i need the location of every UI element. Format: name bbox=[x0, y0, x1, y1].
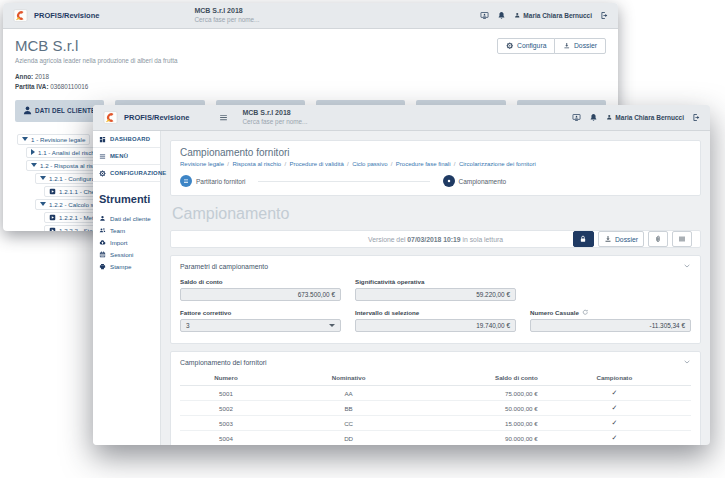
notifications-icon[interactable] bbox=[497, 11, 506, 20]
piva-label: Partita IVA: bbox=[15, 83, 48, 90]
version-date: 07/03/2018 10:19 bbox=[407, 236, 460, 243]
cell-saldo: 75.000,00 € bbox=[425, 386, 537, 401]
breadcrumb-item[interactable]: Procedure di validità bbox=[281, 161, 344, 167]
param-label: Significatività operativa bbox=[355, 278, 424, 285]
param-field: Intervallo di selezione 19.740,00 € bbox=[355, 309, 516, 332]
client-name: MCB S.r.l 2018 bbox=[242, 108, 307, 117]
page-header-card: Campionamento fornitori Revisione legale… bbox=[170, 140, 701, 196]
sidebar-nav-item[interactable]: MENÙ bbox=[93, 148, 160, 165]
user-menu[interactable]: Maria Chiara Bernucci bbox=[514, 12, 592, 19]
search-input[interactable]: Cerca fase per nome... bbox=[194, 16, 259, 25]
anno-label: Anno: bbox=[15, 73, 33, 80]
breadcrumb-item[interactable]: Circolarizzazione dei fornitori bbox=[451, 161, 536, 167]
options-button[interactable] bbox=[672, 231, 692, 247]
table-row: 5004 DD 90.000,00 € ✓ bbox=[180, 431, 691, 446]
wizard-step[interactable]: Partitario fornitori bbox=[180, 175, 246, 187]
search-input[interactable]: Cerca fase per nome... bbox=[242, 118, 307, 127]
tree-node[interactable]: 1 - Revisione legale bbox=[17, 134, 90, 145]
client-switcher[interactable]: MCB S.r.l 2018 Cerca fase per nome... bbox=[242, 108, 307, 126]
cell-campionato: ✓ bbox=[538, 431, 691, 446]
sidebar-tool-item[interactable]: Team bbox=[99, 224, 154, 236]
configura-button[interactable]: Configura bbox=[497, 38, 555, 54]
brand-name: PROFIS/Revisione bbox=[124, 113, 189, 122]
param-field: Significatività operativa 59.220,00 € bbox=[355, 278, 516, 301]
phase-icon bbox=[49, 188, 56, 195]
param-input[interactable]: 19.740,00 € bbox=[355, 319, 516, 332]
lock-button[interactable] bbox=[573, 231, 594, 247]
section-heading: Campionamento bbox=[172, 205, 701, 223]
version-bar: Versione del 07/03/2018 10:19 in sola le… bbox=[170, 230, 701, 248]
params-title: Parametri di campionamento bbox=[180, 263, 268, 270]
caret-icon bbox=[40, 202, 46, 206]
nav-button[interactable]: DATI DEL CLIENTE bbox=[15, 100, 104, 122]
cell-numero: 5003 bbox=[180, 416, 272, 431]
tree-node-label: 1 - Revisione legale bbox=[31, 136, 85, 143]
suppliers-card: Campionamento dei fornitori Numero Nomin… bbox=[170, 351, 701, 445]
paperclip-icon bbox=[654, 235, 662, 243]
sidebar-nav-item[interactable]: DASHBOARD bbox=[93, 131, 160, 148]
cell-saldo: 15.000,00 € bbox=[425, 416, 537, 431]
notifications-icon[interactable] bbox=[589, 113, 598, 122]
logout-icon[interactable] bbox=[692, 113, 701, 122]
brand-name: PROFIS/Revisione bbox=[34, 11, 99, 20]
sidebar-nav-label: MENÙ bbox=[110, 153, 128, 159]
col-header-saldo: Saldo di conto bbox=[425, 371, 537, 386]
cell-nominativo: BB bbox=[272, 401, 425, 416]
sidebar-tool-item[interactable]: Dati del cliente bbox=[99, 212, 154, 224]
user-name: Maria Chiara Bernucci bbox=[523, 12, 592, 19]
attachments-button[interactable] bbox=[648, 231, 668, 247]
gear-icon bbox=[506, 42, 514, 50]
caret-icon bbox=[31, 149, 35, 155]
app-brand: PROFIS/Revisione bbox=[102, 110, 189, 125]
col-header-campionato: Campionato bbox=[538, 371, 691, 386]
suppliers-table: Numero Nominativo Saldo di conto Campion… bbox=[180, 371, 691, 445]
sidebar-tool-item[interactable]: Import bbox=[99, 236, 154, 248]
sidebar-tool-item[interactable]: Sessioni bbox=[99, 248, 154, 260]
remote-support-icon[interactable] bbox=[572, 113, 581, 122]
caret-icon bbox=[22, 137, 28, 141]
client-meta: Anno: 2018 Partita IVA: 03680110016 bbox=[15, 72, 606, 92]
param-label: Saldo di conto bbox=[180, 278, 223, 285]
user-icon bbox=[22, 105, 33, 116]
wizard-step[interactable]: Campionamento bbox=[246, 175, 507, 187]
breadcrumb-item[interactable]: Revisione legale bbox=[180, 161, 224, 167]
tools-title: Strumenti bbox=[99, 193, 154, 205]
table-header-row: Numero Nominativo Saldo di conto Campion… bbox=[180, 371, 691, 386]
profis-logo-icon bbox=[12, 8, 29, 23]
avatar-icon bbox=[606, 114, 613, 121]
user-menu[interactable]: Maria Chiara Bernucci bbox=[606, 114, 684, 121]
sidebar-nav-label: DASHBOARD bbox=[110, 136, 150, 142]
app-topbar: PROFIS/Revisione MCB S.r.l 2018 Cerca fa… bbox=[93, 105, 710, 131]
param-value: 673.500,00 € bbox=[298, 291, 335, 298]
dossier-button[interactable]: Dossier bbox=[598, 231, 644, 247]
sidebar-toggle-icon[interactable] bbox=[219, 113, 228, 122]
sidebar-tool-item[interactable]: Stampe bbox=[99, 260, 154, 272]
cell-saldo: 90.000,00 € bbox=[425, 431, 537, 446]
cell-nominativo: AA bbox=[272, 386, 425, 401]
logout-icon[interactable] bbox=[600, 11, 609, 20]
breadcrumb-item[interactable]: Procedure fase finali bbox=[387, 161, 450, 167]
chevron-down-icon[interactable] bbox=[683, 262, 691, 270]
refresh-icon[interactable] bbox=[582, 309, 589, 316]
param-value: 3 bbox=[186, 322, 190, 329]
param-value: 19.740,00 € bbox=[476, 322, 510, 329]
breadcrumb-item[interactable]: Risposta al rischio bbox=[224, 161, 281, 167]
select-caret-icon bbox=[329, 324, 335, 330]
chevron-down-icon[interactable] bbox=[683, 358, 691, 366]
dossier-button[interactable]: Dossier bbox=[554, 38, 606, 54]
cell-saldo: 50.000,00 € bbox=[425, 401, 537, 416]
cell-numero: 5004 bbox=[180, 431, 272, 446]
breadcrumb-item[interactable]: Ciclo passivo bbox=[344, 161, 388, 167]
param-field: Numero Casuale -11.305,34 € bbox=[530, 309, 691, 332]
piva-value: 03680110016 bbox=[50, 83, 88, 90]
param-label: Fattore correttivo bbox=[180, 309, 231, 316]
param-input[interactable]: 673.500,00 € bbox=[180, 288, 341, 301]
param-input[interactable]: 59.220,00 € bbox=[355, 288, 516, 301]
param-input[interactable]: 3 bbox=[180, 319, 341, 332]
sidebar-nav-item[interactable]: CONFIGURAZIONE bbox=[93, 165, 160, 182]
client-switcher[interactable]: MCB S.r.l 2018 Cerca fase per nome... bbox=[194, 6, 259, 24]
param-input[interactable]: -11.305,34 € bbox=[530, 319, 691, 332]
remote-support-icon[interactable] bbox=[480, 11, 489, 20]
users-icon bbox=[99, 227, 106, 234]
params-card: Parametri di campionamento Saldo di cont… bbox=[170, 255, 701, 344]
